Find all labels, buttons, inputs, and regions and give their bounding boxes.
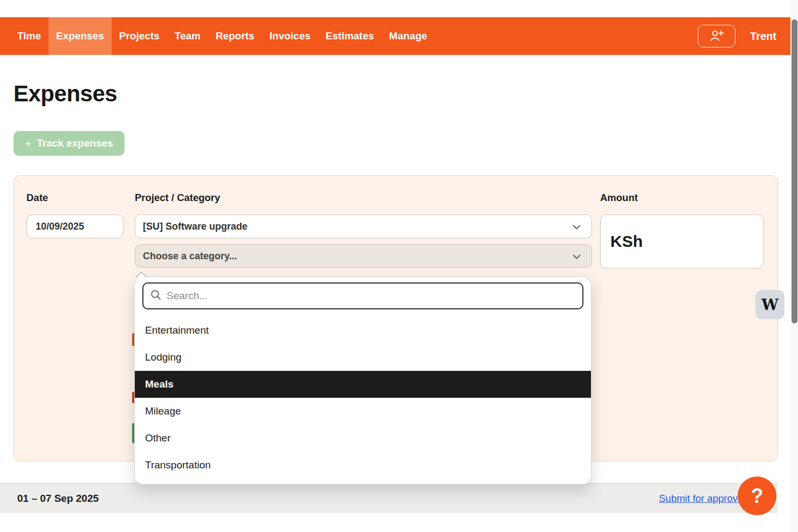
category-option-entertainment[interactable]: Entertainment <box>135 317 591 344</box>
chevron-down-icon <box>573 221 581 232</box>
page-title: Expenses <box>13 81 117 107</box>
main-navbar: TimeExpensesProjectsTeamReportsInvoicesE… <box>0 17 790 55</box>
nav-item-estimates[interactable]: Estimates <box>318 17 382 55</box>
search-input[interactable] <box>167 290 575 302</box>
track-expenses-label: Track expenses <box>37 137 113 149</box>
nav-item-reports[interactable]: Reports <box>208 17 262 55</box>
search-icon <box>150 289 161 302</box>
project-select-value: [SU] Software upgrade <box>143 221 247 232</box>
nav-item-expenses[interactable]: Expenses <box>49 17 112 55</box>
week-range: 01 – 07 Sep 2025 <box>17 483 99 513</box>
category-select[interactable]: Choose a category... <box>135 244 592 268</box>
nav-item-projects[interactable]: Projects <box>112 17 167 55</box>
person-plus-icon <box>709 29 724 44</box>
w-extension-tab[interactable]: W <box>755 290 785 319</box>
category-option-lodging[interactable]: Lodging <box>135 344 591 371</box>
scrollbar-track <box>790 0 798 532</box>
help-button[interactable]: ? <box>738 476 776 515</box>
week-footer-bar: 01 – 07 Sep 2025 Submit for approval <box>0 483 778 513</box>
submit-for-approval-link[interactable]: Submit for approval <box>659 483 745 513</box>
date-label: Date <box>26 192 48 204</box>
category-option-meals[interactable]: Meals <box>135 371 591 398</box>
category-select-placeholder: Choose a category... <box>143 251 237 262</box>
project-category-label: Project / Category <box>135 192 220 204</box>
date-input[interactable] <box>26 215 123 238</box>
category-option-mileage[interactable]: Mileage <box>135 398 591 425</box>
project-select[interactable]: [SU] Software upgrade <box>135 215 592 238</box>
navbar-right: Trent <box>698 25 776 47</box>
scrollbar-thumb[interactable] <box>792 19 797 323</box>
track-expenses-button[interactable]: + Track expenses <box>13 131 125 156</box>
question-mark-icon: ? <box>751 485 763 508</box>
category-options: EntertainmentLodgingMealsMileageOtherTra… <box>135 317 591 479</box>
amount-input[interactable]: KSh <box>600 215 763 268</box>
plus-icon: + <box>25 138 31 149</box>
user-menu[interactable]: Trent <box>750 30 776 43</box>
currency-prefix: KSh <box>610 232 643 251</box>
invite-user-button[interactable] <box>698 25 735 47</box>
nav-item-time[interactable]: Time <box>10 17 49 55</box>
nav-item-manage[interactable]: Manage <box>382 17 435 55</box>
w-icon: W <box>761 296 778 314</box>
category-dropdown: EntertainmentLodgingMealsMileageOtherTra… <box>134 277 591 485</box>
category-option-other[interactable]: Other <box>135 425 591 452</box>
nav-item-team[interactable]: Team <box>167 17 208 55</box>
chevron-down-icon <box>573 251 581 262</box>
category-option-transportation[interactable]: Transportation <box>135 452 591 479</box>
main-nav: TimeExpensesProjectsTeamReportsInvoicesE… <box>10 17 435 55</box>
amount-label: Amount <box>600 192 638 204</box>
category-search <box>142 282 583 309</box>
nav-item-invoices[interactable]: Invoices <box>262 17 318 55</box>
